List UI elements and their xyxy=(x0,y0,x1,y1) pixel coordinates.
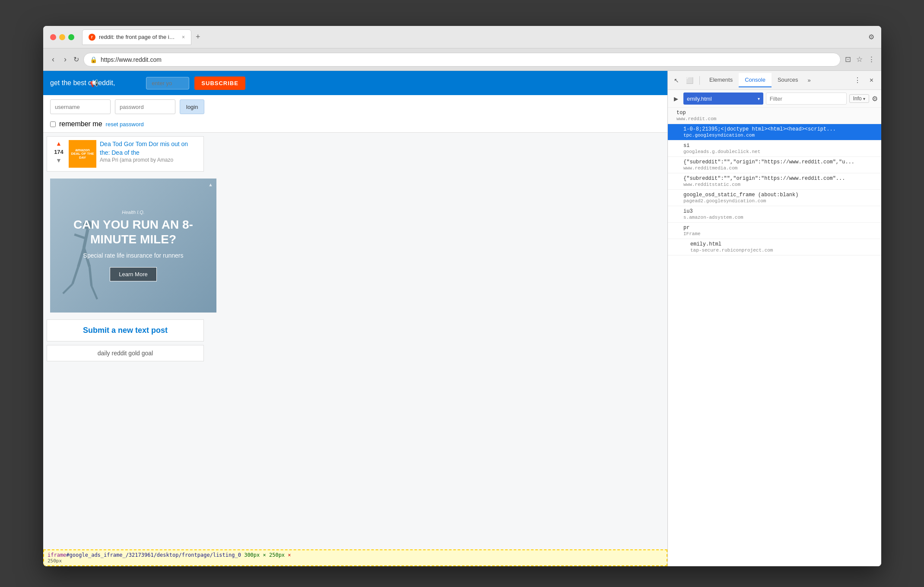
entry-redditmedia-content: {"subreddit":"","origin":"https://www.re… xyxy=(683,159,876,171)
entry-si-sub: googleads.g.doubleclick.net xyxy=(683,149,876,154)
header-text: get the best of reddit, xyxy=(50,79,115,87)
iframe-id-label: #google_ads_iframe_/32173961/desktop/fro… xyxy=(66,552,241,558)
vote-column: ▲ 174 ▼ xyxy=(52,140,65,164)
device-toolbar-button[interactable]: ⬜ xyxy=(683,74,696,86)
frame-selector-row: ▶ emily.html ▾ Info ▾ ⚙ xyxy=(668,90,881,108)
entry-iu3-sub: s.amazon-adsystem.com xyxy=(683,215,876,220)
entry-redditstatic-content: {"subreddit":"","origin":"https://www.re… xyxy=(683,175,876,187)
subscribe-button[interactable]: SUBSCRIBE xyxy=(194,77,245,90)
console-entry-iu3[interactable]: iu3 s.amazon-adsystem.com xyxy=(668,206,881,223)
entry-top-content: top www.reddit.com xyxy=(676,110,876,121)
star-icon[interactable]: ☆ xyxy=(856,55,863,64)
iframe-tag-label: iframe xyxy=(48,552,66,558)
bookmark-icon[interactable]: ⊡ xyxy=(845,55,851,64)
vote-count: 174 xyxy=(54,149,64,155)
devtools-close-button[interactable]: × xyxy=(865,74,878,87)
menu-icon[interactable]: ⋮ xyxy=(868,55,875,64)
console-output: top www.reddit.com 1-0-8;21395;<|doctype… xyxy=(668,108,881,566)
entry-top-main: top xyxy=(676,110,876,116)
minimize-button[interactable] xyxy=(59,34,65,40)
tab-title: reddit: the front page of the in... xyxy=(99,34,177,40)
reddit-page: get the best of reddit, 📢 SUBSCRIBE logi… xyxy=(43,71,667,566)
entry-redditstatic-sub: www.redditstatic.com xyxy=(683,182,876,187)
console-entry-emily[interactable]: emily.html tap-secure.rubiconproject.com xyxy=(668,239,881,255)
refresh-button[interactable]: ↻ xyxy=(73,55,79,64)
reset-password-link[interactable]: reset password xyxy=(106,121,144,128)
forward-button[interactable]: › xyxy=(61,53,69,66)
iframe-highlight-bar: iframe#google_ads_iframe_/32173961/deskt… xyxy=(43,549,667,566)
entry-google-osd-main: google_osd_static_frame (about:blank) xyxy=(683,192,876,198)
entry-redditmedia-main: {"subreddit":"","origin":"https://www.re… xyxy=(683,159,876,165)
title-bar-icons: ⚙ xyxy=(868,33,874,41)
gold-goal: daily reddit gold goal xyxy=(47,345,204,361)
password-input[interactable] xyxy=(115,99,175,114)
entry-selected-content: 1-0-8;21395;<|doctype html><html><head><… xyxy=(683,126,876,138)
tab-close-icon[interactable]: × xyxy=(182,34,185,40)
deal-label: DEAL OF THE DAY xyxy=(70,152,95,160)
upvote-icon[interactable]: ▲ xyxy=(56,140,62,147)
post-meta: Ama Pri (ama promot by Amazo xyxy=(100,157,198,163)
devtools-icon[interactable]: ⚙ xyxy=(868,33,874,41)
entry-pr-main: pr xyxy=(683,225,876,231)
devtools-toolbar: ↖ ⬜ Elements Console Sources » ⋮ xyxy=(668,71,881,90)
reddit-body: ▲ 174 ▼ amazon DEAL OF THE DAY Dea Tod G… xyxy=(43,133,667,566)
entry-iu3-content: iu3 s.amazon-adsystem.com xyxy=(683,208,876,220)
entry-si-content: si googleads.g.doubleclick.net xyxy=(683,143,876,154)
frame-selector-dropdown[interactable]: emily.html ▾ xyxy=(683,93,763,105)
address-bar: ‹ › ↻ 🔒 https://www.reddit.com ⊡ ☆ ⋮ xyxy=(43,48,881,71)
main-area: get the best of reddit, 📢 SUBSCRIBE logi… xyxy=(43,71,881,566)
console-entry-google-osd[interactable]: google_osd_static_frame (about:blank) pa… xyxy=(668,190,881,206)
ad-banner-title: CAN YOU RUN AN 8-MINUTE MILE? xyxy=(59,217,208,246)
iframe-dims-label: 300px × 250px xyxy=(244,552,285,558)
iframe-close-icon[interactable]: × xyxy=(288,552,291,558)
tab-favicon: r xyxy=(89,34,95,41)
console-entry-selected[interactable]: 1-0-8;21395;<|doctype html><html><head><… xyxy=(668,124,881,140)
console-entry-redditmedia[interactable]: {"subreddit":"","origin":"https://www.re… xyxy=(668,157,881,173)
console-entry-redditstatic[interactable]: {"subreddit":"","origin":"https://www.re… xyxy=(668,173,881,190)
browser-tab[interactable]: r reddit: the front page of the in... × xyxy=(82,29,191,45)
login-button[interactable]: login xyxy=(180,99,204,114)
username-input[interactable] xyxy=(50,99,111,114)
remember-me-row: remember me reset password xyxy=(50,120,660,128)
toolbar-separator xyxy=(699,76,700,85)
new-tab-button[interactable]: + xyxy=(193,32,203,41)
enter-subreddit-input[interactable] xyxy=(146,77,189,89)
post-title[interactable]: Dea Tod Gor Tom Dor mis out on the: Dea … xyxy=(100,140,198,157)
entry-iu3-main: iu3 xyxy=(683,208,876,214)
tab-console[interactable]: Console xyxy=(739,73,772,87)
close-button[interactable] xyxy=(50,34,56,40)
iframe-size-line: 250px xyxy=(48,558,663,564)
browser-window: r reddit: the front page of the in... × … xyxy=(43,26,881,566)
info-level-dropdown[interactable]: Info ▾ xyxy=(849,94,869,103)
url-bar[interactable]: 🔒 https://www.reddit.com xyxy=(83,53,841,67)
console-entry-top[interactable]: top www.reddit.com xyxy=(668,108,881,124)
entry-si-main: si xyxy=(683,143,876,149)
more-tabs-button[interactable]: » xyxy=(804,73,814,87)
submit-post-button[interactable]: Submit a new text post xyxy=(47,319,204,341)
inspect-element-button[interactable]: ↖ xyxy=(671,74,682,86)
entry-pr-sub: IFrame xyxy=(683,231,876,236)
entry-emily-sub: tap-secure.rubiconproject.com xyxy=(690,248,876,253)
devtools-kebab-menu[interactable]: ⋮ xyxy=(851,73,864,87)
submit-post-label: Submit a new text post xyxy=(83,326,168,335)
expand-arrow-button[interactable]: ▶ xyxy=(671,95,681,103)
ad-learn-more-button[interactable]: Learn More xyxy=(110,267,156,281)
back-button[interactable]: ‹ xyxy=(49,53,57,66)
maximize-button[interactable] xyxy=(68,34,74,40)
console-settings-button[interactable]: ⚙ xyxy=(872,95,878,103)
tab-bar: r reddit: the front page of the in... × … xyxy=(82,29,864,45)
entry-top-sub: www.reddit.com xyxy=(676,116,876,121)
ad-brand: Health I.Q. xyxy=(59,210,208,215)
url-text: https://www.reddit.com xyxy=(101,56,162,63)
tab-elements[interactable]: Elements xyxy=(703,73,739,87)
console-filter-input[interactable] xyxy=(766,93,847,105)
tab-sources[interactable]: Sources xyxy=(772,73,804,87)
amazon-deal-box: amazon DEAL OF THE DAY xyxy=(69,140,96,168)
entry-selected-main: 1-0-8;21395;<|doctype html><html><head><… xyxy=(683,126,876,132)
downvote-icon[interactable]: ▼ xyxy=(56,157,62,164)
remember-me-checkbox[interactable] xyxy=(50,121,56,127)
frame-selector-label: emily.html xyxy=(687,96,712,102)
console-entry-si[interactable]: si googleads.g.doubleclick.net xyxy=(668,140,881,157)
console-entry-pr[interactable]: pr IFrame xyxy=(668,223,881,239)
reddit-content: get the best of reddit, 📢 SUBSCRIBE logi… xyxy=(43,71,667,566)
